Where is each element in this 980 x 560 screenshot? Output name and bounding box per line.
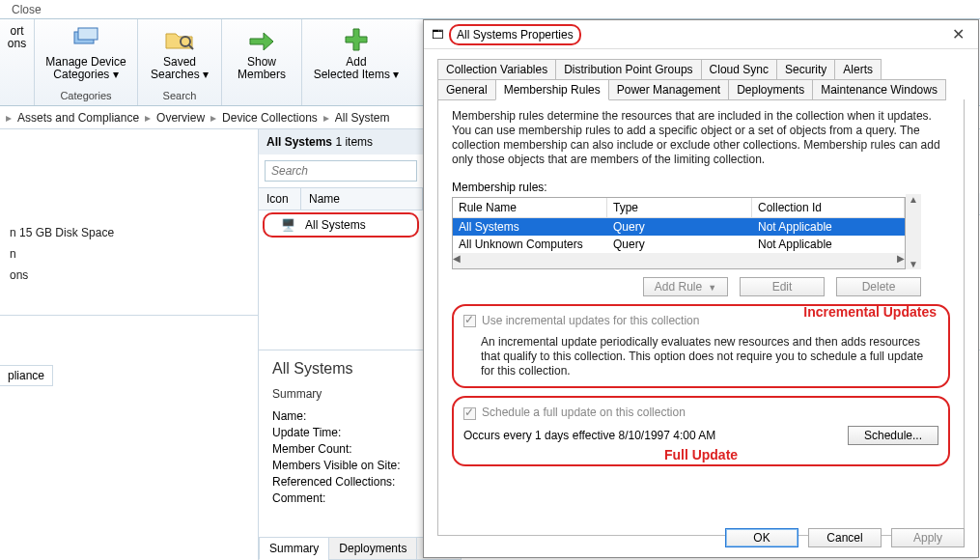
chevron-right-icon: ▸ bbox=[210, 111, 216, 125]
rules-buttons: Add Rule▼ Edit Delete bbox=[452, 277, 921, 296]
list-header: All Systems 1 items bbox=[259, 129, 423, 154]
tab-general[interactable]: General bbox=[437, 79, 496, 100]
tab-dist-groups[interactable]: Distribution Point Groups bbox=[555, 59, 701, 80]
annotation-incremental: Incremental Updates bbox=[803, 304, 937, 320]
ribbon-group-add: Add Selected Items ▾ bbox=[302, 19, 410, 105]
schedule-text: Occurs every 1 days effective 8/10/1997 … bbox=[463, 429, 715, 442]
rule-name: All Systems bbox=[453, 218, 607, 236]
list-columns: Icon Name bbox=[259, 187, 423, 210]
rule-type: Query bbox=[607, 236, 752, 253]
tree-item[interactable]: n bbox=[0, 243, 258, 265]
tab-collection-variables[interactable]: Collection Variables bbox=[437, 59, 556, 80]
add-selected-label: Add Selected Items ▾ bbox=[314, 56, 400, 81]
add-rule-button[interactable]: Add Rule▼ bbox=[643, 277, 728, 296]
tab-summary[interactable]: Summary bbox=[259, 537, 329, 560]
scroll-left-icon[interactable]: ◀ bbox=[453, 253, 461, 268]
chevron-right-icon: ▸ bbox=[6, 111, 12, 125]
tree-item[interactable]: n 15 GB Disk Space bbox=[0, 222, 258, 243]
ribbon-group-partial: ort ons bbox=[0, 19, 35, 105]
incremental-desc: An incremental update periodically evalu… bbox=[481, 335, 938, 378]
rules-vscroll[interactable]: ▲▼ bbox=[906, 194, 921, 269]
manage-categories-label: Manage Device Categories ▾ bbox=[45, 56, 126, 81]
list-title: All Systems bbox=[266, 135, 332, 149]
breadcrumb-item[interactable]: Assets and Compliance bbox=[17, 111, 139, 125]
left-tree-pane: n 15 GB Disk Space n ons bbox=[0, 129, 259, 560]
schedule-row: Occurs every 1 days effective 8/10/1997 … bbox=[463, 426, 938, 445]
ribbon-partial-label: ort ons bbox=[8, 25, 26, 50]
list-search-wrap bbox=[265, 160, 417, 182]
tab-deployments[interactable]: Deployments bbox=[728, 79, 813, 100]
tab-security[interactable]: Security bbox=[776, 59, 835, 80]
tree-item[interactable]: ons bbox=[0, 265, 258, 286]
incremental-label: Use incremental updates for this collect… bbox=[482, 314, 699, 327]
breadcrumb-item[interactable]: Device Collections bbox=[222, 111, 318, 125]
manage-categories-button[interactable]: Manage Device Categories ▾ bbox=[42, 23, 129, 81]
rules-wrapper: Rule Name Type Collection Id All Systems… bbox=[452, 194, 950, 269]
tab-row-back: Collection Variables Distribution Point … bbox=[437, 59, 965, 79]
incremental-checkbox[interactable] bbox=[463, 315, 476, 327]
rule-name: All Unknown Computers bbox=[453, 236, 607, 253]
add-rule-label: Add Rule bbox=[655, 280, 702, 294]
col-rule-name[interactable]: Rule Name bbox=[453, 198, 607, 218]
tag-icon bbox=[70, 23, 101, 54]
breadcrumb-item[interactable]: All System bbox=[335, 111, 390, 125]
list-row-allsystems[interactable]: 🖥️ All Systems bbox=[263, 212, 419, 238]
show-members-button[interactable]: Show Members bbox=[230, 23, 294, 81]
rule-row-hscroll[interactable]: ◀▶ bbox=[453, 253, 905, 268]
search-input[interactable] bbox=[265, 160, 417, 182]
breadcrumb-item[interactable]: Overview bbox=[156, 111, 205, 125]
delete-rule-button[interactable]: Delete bbox=[836, 277, 921, 296]
tab-cloud-sync[interactable]: Cloud Sync bbox=[701, 59, 777, 80]
scroll-down-icon[interactable]: ▼ bbox=[906, 259, 921, 269]
incremental-section: Incremental Updates Use incremental upda… bbox=[452, 304, 950, 388]
chevron-right-icon: ▸ bbox=[145, 111, 151, 125]
list-count: 1 items bbox=[335, 135, 373, 149]
plus-icon bbox=[341, 23, 372, 54]
ribbon-close-bar: Close bbox=[0, 0, 980, 19]
cancel-button[interactable]: Cancel bbox=[808, 528, 882, 547]
tab-maint-windows[interactable]: Maintenance Windows bbox=[812, 79, 946, 100]
col-icon[interactable]: Icon bbox=[259, 188, 301, 210]
col-name[interactable]: Name bbox=[301, 188, 423, 210]
tab-deployments[interactable]: Deployments bbox=[328, 537, 417, 560]
tab-power-mgmt[interactable]: Power Management bbox=[608, 79, 729, 100]
rules-label: Membership rules: bbox=[452, 181, 950, 194]
list-row-name: All Systems bbox=[305, 218, 366, 232]
folder-search-icon bbox=[164, 23, 195, 54]
edit-rule-button[interactable]: Edit bbox=[740, 277, 825, 296]
schedule-button[interactable]: Schedule... bbox=[848, 426, 938, 445]
apply-button[interactable]: Apply bbox=[891, 528, 965, 547]
col-type[interactable]: Type bbox=[607, 198, 752, 218]
tab-alerts[interactable]: Alerts bbox=[834, 59, 882, 80]
annotation-fullupdate: Full Update bbox=[664, 447, 738, 462]
window-icon: 🗔 bbox=[432, 28, 443, 42]
scroll-right-icon[interactable]: ▶ bbox=[897, 253, 905, 268]
rule-row[interactable]: All Unknown Computers Query Not Applicab… bbox=[453, 236, 905, 253]
scroll-up-icon[interactable]: ▲ bbox=[906, 194, 921, 205]
tab-membership-rules[interactable]: Membership Rules bbox=[495, 79, 609, 100]
left-nav-section[interactable]: pliance bbox=[0, 365, 53, 386]
rules-listbox[interactable]: Rule Name Type Collection Id All Systems… bbox=[452, 197, 906, 269]
svg-rect-1 bbox=[78, 28, 98, 40]
fullupdate-checkbox[interactable] bbox=[463, 407, 476, 420]
chevron-down-icon: ▼ bbox=[708, 283, 716, 293]
col-collection-id[interactable]: Collection Id bbox=[752, 198, 905, 218]
rule-row[interactable]: All Systems Query Not Applicable bbox=[453, 218, 905, 236]
rule-coll: Not Applicable bbox=[752, 218, 905, 236]
dialog-buttons: OK Cancel Apply bbox=[725, 528, 965, 547]
show-members-label: Show Members bbox=[238, 56, 286, 81]
add-selected-button[interactable]: Add Selected Items ▾ bbox=[310, 23, 403, 81]
saved-searches-button[interactable]: Saved Searches ▾ bbox=[146, 23, 213, 81]
fullupdate-label: Schedule a full update on this collectio… bbox=[482, 406, 686, 419]
rule-coll: Not Applicable bbox=[752, 236, 905, 253]
rule-type: Query bbox=[607, 218, 752, 236]
ok-button[interactable]: OK bbox=[725, 528, 798, 547]
ribbon-group-search: Saved Searches ▾ Search bbox=[138, 19, 222, 105]
properties-dialog: 🗔 All Systems Properties ✕ Collection Va… bbox=[423, 19, 979, 558]
tab-row-front: General Membership Rules Power Managemen… bbox=[437, 79, 965, 99]
collection-icon: 🖥️ bbox=[270, 218, 305, 232]
membership-desc: Membership rules determine the resources… bbox=[452, 109, 950, 167]
close-button[interactable]: ✕ bbox=[946, 25, 970, 43]
saved-searches-label: Saved Searches ▾ bbox=[151, 56, 209, 81]
fullupdate-section: Schedule a full update on this collectio… bbox=[452, 396, 950, 465]
